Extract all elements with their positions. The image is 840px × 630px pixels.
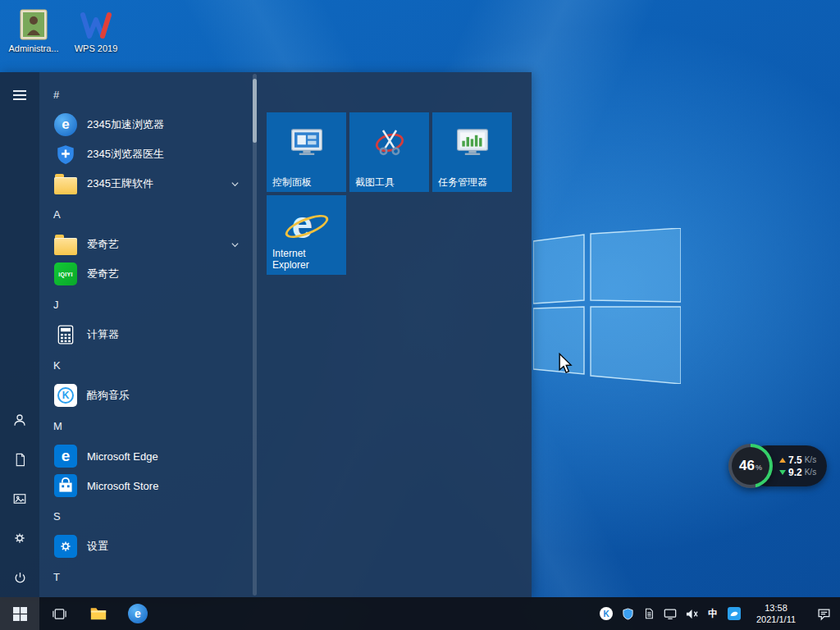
taskbar: 中 13:58 2021/1/11 [0, 597, 840, 630]
edge-icon [52, 443, 79, 469]
kugou-icon [52, 382, 79, 409]
app-section-header-t[interactable]: T [39, 561, 251, 592]
ime-indicator[interactable]: 中 [702, 597, 724, 630]
section-header-label: S [53, 510, 61, 523]
network-monitor-icon [664, 608, 677, 620]
section-header-label: A [53, 208, 61, 221]
app-item-label: 酷狗音乐 [87, 388, 130, 403]
app-item-settings[interactable]: 设置 [39, 532, 251, 561]
download-speed-unit: K/s [805, 468, 816, 477]
app-item-kugou-music[interactable]: 酷狗音乐 [39, 381, 251, 410]
app-section-header-hash[interactable]: # [39, 79, 251, 110]
action-center-button[interactable] [807, 597, 840, 630]
app-item-label: 2345王牌软件 [87, 176, 153, 191]
app-item-label: 爱奇艺 [87, 267, 119, 281]
folder-icon [52, 171, 79, 197]
app-list-scrollbar[interactable] [253, 74, 257, 596]
tile-area: 控制面板 截图工具 任务管理器 [267, 112, 514, 275]
browser-2345-taskbar-button[interactable] [118, 597, 158, 630]
memory-percent: 46 [739, 458, 755, 474]
desktop-icon-wps-2019[interactable]: WPS 2019 [69, 8, 123, 53]
app-item-microsoft-edge[interactable]: Microsoft Edge [39, 441, 251, 471]
volume-muted-icon [685, 608, 699, 620]
desktop: Administra... WPS 2019 7.5 K/s 9.2 K/s [0, 0, 840, 630]
task-view-icon [52, 606, 67, 622]
desktop-icon-administrator[interactable]: Administra... [7, 8, 61, 53]
app-section-header-k[interactable]: K [39, 349, 251, 381]
browser-2345-icon [52, 112, 79, 138]
tile-control-panel[interactable]: 控制面板 [267, 112, 346, 192]
app-item-label: 2345加速浏览器 [87, 117, 164, 132]
tray-volume-icon[interactable] [681, 597, 702, 630]
memory-percent-unit: % [756, 463, 762, 472]
task-view-button[interactable] [39, 597, 79, 630]
tray-kugou-icon[interactable] [596, 597, 617, 630]
pictures-icon [12, 491, 27, 506]
chevron-down-icon[interactable] [231, 179, 240, 191]
start-button[interactable] [0, 597, 39, 630]
app-item-label: 设置 [87, 539, 108, 554]
settings-button[interactable] [0, 518, 39, 558]
taskbar-clock[interactable]: 13:58 2021/1/11 [745, 597, 807, 630]
upload-arrow-icon [779, 458, 786, 463]
document-icon [13, 453, 27, 467]
net-speed-widget[interactable]: 7.5 K/s 9.2 K/s 46 % [728, 445, 827, 486]
app-section-header-s[interactable]: S [39, 500, 251, 532]
app-item-label: 计算器 [87, 327, 119, 342]
tile-label: 控制面板 [272, 176, 342, 188]
app-item-label: 爱奇艺 [87, 237, 119, 252]
file-explorer-button[interactable] [79, 597, 118, 630]
shield-icon [622, 608, 634, 620]
hamburger-icon [13, 88, 26, 103]
scrollbar-thumb[interactable] [253, 79, 257, 143]
user-folder-icon [17, 8, 50, 41]
app-item-2345-browser-doctor[interactable]: 2345浏览器医生 [39, 139, 251, 169]
app-item-iqiyi-folder[interactable]: 爱奇艺 [39, 230, 251, 259]
app-section-header-a[interactable]: A [39, 199, 251, 230]
power-button[interactable] [0, 558, 39, 597]
file-explorer-icon [89, 605, 107, 623]
tray-security-shield-icon[interactable] [617, 597, 638, 630]
chevron-down-icon[interactable] [231, 240, 240, 252]
user-account-button[interactable] [0, 400, 39, 440]
download-arrow-icon [779, 470, 786, 475]
document-icon [643, 608, 655, 619]
power-icon [13, 571, 27, 585]
download-speed: 9.2 [788, 468, 802, 477]
settings-gear-icon [52, 533, 79, 559]
snipping-tool-icon [371, 124, 409, 165]
tray-network-icon[interactable] [660, 597, 681, 630]
internet-explorer-icon: e [287, 207, 326, 246]
control-panel-icon [288, 124, 326, 165]
tile-snipping-tool[interactable]: 截图工具 [349, 112, 429, 192]
tray-document-icon[interactable] [638, 597, 660, 630]
app-item-label: Microsoft Edge [87, 450, 158, 463]
ime-label: 中 [708, 607, 718, 621]
documents-button[interactable] [0, 440, 39, 479]
start-menu-rail [0, 72, 39, 597]
memory-usage-gauge[interactable]: 46 % [728, 444, 773, 488]
kugou-icon [600, 607, 613, 620]
app-item-microsoft-store[interactable]: Microsoft Store [39, 471, 251, 500]
task-manager-icon [454, 124, 491, 165]
upload-speed: 7.5 [788, 455, 802, 465]
windows-logo-icon [13, 607, 27, 621]
app-section-header-j[interactable]: J [39, 289, 251, 320]
tile-internet-explorer[interactable]: e Internet Explorer [267, 195, 346, 275]
section-header-label: K [53, 359, 61, 372]
app-item-2345-browser[interactable]: 2345加速浏览器 [39, 110, 251, 139]
app-section-header-m[interactable]: M [39, 410, 251, 441]
app-item-2345-software-folder[interactable]: 2345王牌软件 [39, 169, 251, 199]
pictures-button[interactable] [0, 479, 39, 518]
windows-wallpaper-logo [533, 228, 681, 384]
tile-task-manager[interactable]: 任务管理器 [432, 112, 512, 192]
desktop-icon-label: Administra... [7, 43, 61, 53]
user-icon [12, 413, 27, 427]
iqiyi-icon [52, 261, 79, 287]
app-item-calculator[interactable]: 计算器 [39, 320, 251, 349]
expand-menu-button[interactable] [0, 75, 39, 115]
app-item-iqiyi[interactable]: 爱奇艺 [39, 259, 251, 289]
clock-time: 13:58 [765, 602, 788, 614]
browser-2345-icon [128, 604, 148, 623]
tray-messenger-icon[interactable] [724, 597, 745, 630]
